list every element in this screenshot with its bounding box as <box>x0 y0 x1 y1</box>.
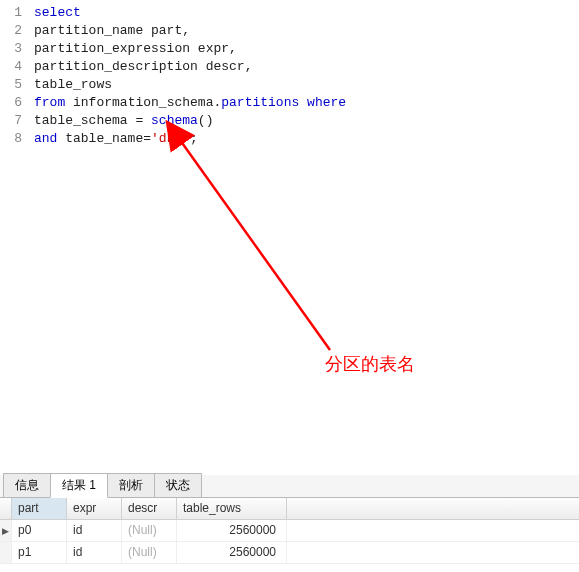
col-header[interactable]: descr <box>122 498 177 519</box>
code-line: table_schema = schema() <box>34 112 579 130</box>
row-marker-header <box>0 498 12 519</box>
row-marker: ▶ <box>0 520 12 541</box>
code-line: and table_name='db1'; <box>34 130 579 148</box>
col-header[interactable]: table_rows <box>177 498 287 519</box>
cell-descr: (Null) <box>122 542 177 563</box>
result-tabs: 信息结果 1剖析状态 <box>0 475 579 498</box>
col-header[interactable]: expr <box>67 498 122 519</box>
results-body: ▶p0id(Null)2560000p1id(Null)2560000 <box>0 520 579 564</box>
code-line: partition_name part, <box>34 22 579 40</box>
row-marker <box>0 542 12 563</box>
tab-信息[interactable]: 信息 <box>3 473 51 497</box>
cell-part: p1 <box>12 542 67 563</box>
line-number: 3 <box>0 40 22 58</box>
tab-结果 1[interactable]: 结果 1 <box>50 473 108 498</box>
cell-part: p0 <box>12 520 67 541</box>
code-content[interactable]: selectpartition_name part,partition_expr… <box>28 0 579 475</box>
col-header[interactable]: part <box>12 498 67 519</box>
line-number: 6 <box>0 94 22 112</box>
code-line: select <box>34 4 579 22</box>
cell-expr: id <box>67 542 122 563</box>
table-row[interactable]: p1id(Null)2560000 <box>0 542 579 564</box>
tab-状态[interactable]: 状态 <box>154 473 202 497</box>
line-number: 8 <box>0 130 22 148</box>
results-header-row: part expr descr table_rows <box>0 498 579 520</box>
line-number: 2 <box>0 22 22 40</box>
line-number: 5 <box>0 76 22 94</box>
line-number: 1 <box>0 4 22 22</box>
code-line: table_rows <box>34 76 579 94</box>
tab-剖析[interactable]: 剖析 <box>107 473 155 497</box>
cell-table-rows: 2560000 <box>177 542 287 563</box>
line-number: 4 <box>0 58 22 76</box>
sql-editor[interactable]: 12345678 selectpartition_name part,parti… <box>0 0 579 475</box>
line-gutter: 12345678 <box>0 0 28 475</box>
results-grid[interactable]: part expr descr table_rows ▶p0id(Null)25… <box>0 498 579 564</box>
code-line: from information_schema.partitions where <box>34 94 579 112</box>
cell-expr: id <box>67 520 122 541</box>
code-line: partition_description descr, <box>34 58 579 76</box>
line-number: 7 <box>0 112 22 130</box>
cell-table-rows: 2560000 <box>177 520 287 541</box>
table-row[interactable]: ▶p0id(Null)2560000 <box>0 520 579 542</box>
cell-descr: (Null) <box>122 520 177 541</box>
code-line: partition_expression expr, <box>34 40 579 58</box>
